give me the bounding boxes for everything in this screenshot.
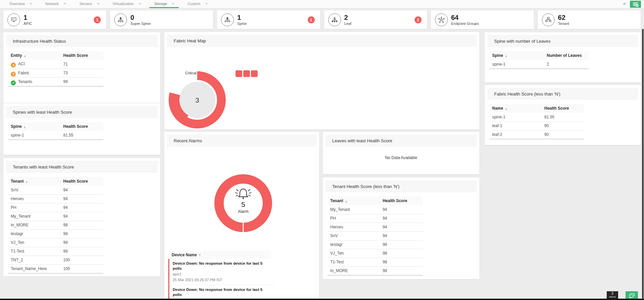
alarm-timestamp: 25 Mar 2021 09:26:37 PM IST: [173, 277, 272, 283]
table-row: PH 94: [8, 203, 103, 212]
health-score-value: 81.55: [60, 131, 103, 140]
window-bottom-edge: [0, 299, 644, 300]
column-header-health-score[interactable]: Health Score: [542, 104, 584, 113]
alarm-count-badge[interactable]: 1: [308, 16, 315, 23]
tenant-name: TNT_2: [11, 258, 23, 262]
table-row: VJ_Ten 98: [8, 238, 103, 247]
widget-infrastructure-health-status: Infrastructure Health Status Entity▲▼ He…: [3, 32, 160, 103]
chat-icon: [628, 292, 636, 299]
nav-tab[interactable]: Network: [41, 0, 71, 8]
alarm-list-item[interactable]: Device Down: No response from device for…: [168, 259, 274, 285]
summary-card[interactable]: APIC: [3, 10, 106, 29]
sort-icon: ▲▼: [505, 108, 507, 111]
summary-card[interactable]: APIC: [324, 10, 427, 29]
chevron-down-icon: [139, 2, 141, 4]
nav-tab[interactable]: Custom: [183, 0, 212, 8]
column-header-health-score[interactable]: Health Score: [380, 196, 423, 205]
column-header-health-score[interactable]: Health Score: [60, 122, 103, 131]
chevron-down-icon: [97, 2, 99, 4]
widget-title: Spines with least Health Score: [13, 110, 72, 115]
heat-map-cell[interactable]: [243, 70, 250, 77]
entity-label: Leaf: [344, 22, 351, 26]
entity-name: Fabric: [18, 71, 29, 75]
entity-label: APIC: [24, 22, 32, 26]
tenant-name: SnV: [330, 233, 338, 238]
chevron-down-icon: [30, 2, 32, 4]
health-score-value: 98: [60, 229, 103, 238]
health-status-icon: [11, 72, 16, 77]
alarm-list-item[interactable]: Device Down: No response from device for…: [168, 285, 274, 300]
node-name: leaf-1: [492, 123, 502, 128]
summary-card[interactable]: APIC: [431, 10, 534, 29]
critical-count: 3: [168, 97, 227, 104]
health-score-value: 98: [60, 247, 103, 256]
alarm-count-badge[interactable]: 1: [94, 16, 101, 23]
tenant-name: PH: [11, 205, 16, 210]
nav-tab[interactable]: Overview: [5, 0, 37, 8]
column-header-tenant[interactable]: Tenant▲▼: [8, 177, 60, 186]
alarm-device: apic1: [173, 272, 272, 277]
column-header-health-score[interactable]: Health Score: [60, 177, 103, 186]
node-name: leaf-2: [492, 132, 502, 137]
summary-card[interactable]: APIC: [110, 10, 213, 29]
nav-tab[interactable]: Servers: [75, 0, 104, 8]
sort-icon: ▲▼: [199, 254, 201, 256]
entity-icon: APIC: [221, 13, 234, 26]
table-row: TNT_2 100: [8, 256, 103, 264]
health-score-value: 71: [60, 60, 103, 69]
entity-count: 1: [237, 14, 247, 21]
bell-icon: [235, 189, 251, 199]
table-row: testagr 98: [328, 240, 423, 249]
health-score-value: 98: [380, 266, 423, 275]
tenant-name: Heroes: [330, 225, 343, 229]
alarm-count-badge[interactable]: 2: [415, 16, 422, 23]
entity-name: ACI: [18, 62, 25, 66]
column-header-number-of-leaves[interactable]: Number of Leaves: [544, 51, 589, 60]
table-row: spine-1 81.55: [489, 113, 584, 121]
column-header-entity[interactable]: Entity▲▼: [8, 51, 60, 60]
summary-card[interactable]: APIC: [538, 10, 641, 29]
entity-label: Super Spine: [130, 22, 151, 26]
add-widget-button[interactable]: [630, 1, 641, 8]
top-nav-bar: Overview Network Servers Virtualization …: [0, 0, 644, 8]
column-header-health-score[interactable]: Health Score: [60, 51, 103, 60]
tenant-name: PH: [330, 216, 336, 221]
column-header-spine[interactable]: Spine▲▼: [8, 122, 60, 131]
table-row: Heroes 94: [8, 194, 103, 203]
widget-tenant-health-score: Tenant Health Score (less than 'N') Tena…: [323, 178, 479, 279]
chevron-down-icon: [205, 2, 208, 4]
entity-label: Tenant: [558, 22, 569, 26]
entity-icon: APIC: [114, 13, 127, 26]
tenant-name: testagr: [330, 242, 343, 247]
sort-icon: ▲▼: [26, 181, 28, 184]
tenant-name: tn_MORE: [11, 223, 29, 227]
svg-text:APIC: APIC: [12, 18, 15, 20]
segment-label: Critical: [170, 71, 197, 75]
column-header-spine[interactable]: Spine▲▼: [489, 51, 544, 60]
alarm-count-label: Alarm: [214, 209, 273, 214]
nav-tab[interactable]: Virtualization: [108, 0, 145, 8]
table-row: tn_MORE 98: [328, 266, 423, 275]
favorite-star-icon[interactable]: ★: [622, 1, 627, 6]
health-score-value: 98: [60, 221, 103, 229]
tenant-name: My_Tenant: [11, 214, 31, 219]
alarm-count: 5: [214, 200, 273, 209]
entity-icon: APIC: [7, 13, 20, 26]
entity-count: 2: [344, 14, 351, 21]
nav-tab[interactable]: Storage: [149, 0, 179, 8]
entity-icon: APIC: [435, 13, 448, 26]
heat-map-cell[interactable]: [235, 70, 242, 77]
leaf-count-value: 2: [544, 60, 589, 69]
widget-title: Fabric Health Score (less than 'N'): [494, 91, 560, 97]
sort-icon: ▲▼: [24, 55, 26, 58]
health-score-value: 98: [380, 249, 423, 258]
vertical-scrollbar[interactable]: [642, 29, 644, 299]
health-score-value: 100: [60, 264, 103, 273]
column-header-device-name[interactable]: Device Name ▲▼: [168, 251, 271, 259]
heat-map-cell[interactable]: [251, 70, 258, 77]
widget-leaves-least-health: Leaves with least Health Score No Data A…: [323, 132, 479, 174]
summary-card[interactable]: APIC: [217, 10, 320, 29]
alarm-list: Device Down: No response from device for…: [168, 259, 274, 300]
column-header-tenant[interactable]: Tenant▲▼: [328, 196, 380, 205]
column-header-name[interactable]: Name▲▼: [489, 104, 542, 113]
